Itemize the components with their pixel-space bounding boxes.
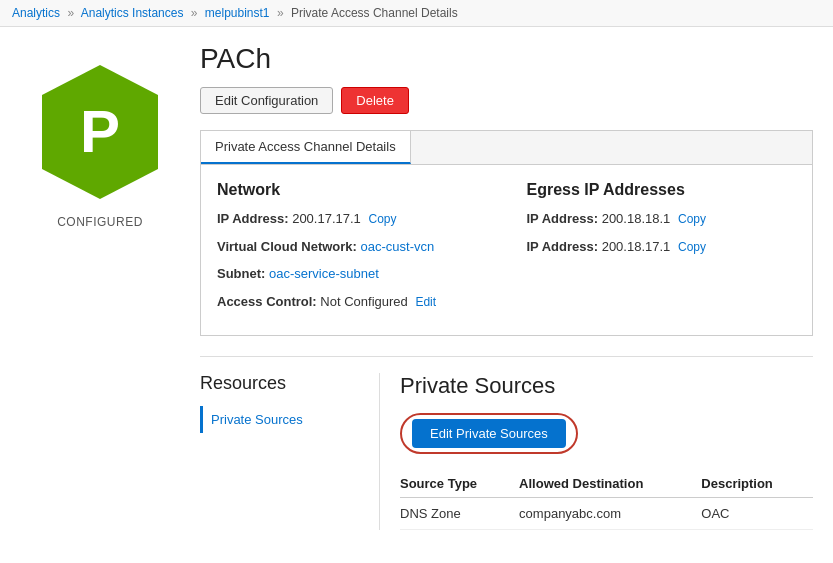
private-sources-panel: Private Sources Edit Private Sources Sou… [400,373,813,530]
egress-ip2-row: IP Address: 200.18.17.1 Copy [527,237,797,257]
access-control-edit[interactable]: Edit [415,295,436,309]
left-panel: P CONFIGURED [20,43,180,530]
network-ip-label: IP Address: [217,211,289,226]
breadcrumb-analytics[interactable]: Analytics [12,6,60,20]
breadcrumb-instance[interactable]: melpubinst1 [205,6,270,20]
egress-ip2-label: IP Address: [527,239,599,254]
breadcrumb-sep3: » [277,6,284,20]
details-grid: Network IP Address: 200.17.17.1 Copy Vir… [201,165,812,335]
edit-configuration-button[interactable]: Edit Configuration [200,87,333,114]
subnet-row: Subnet: oac-service-subnet [217,264,487,284]
network-ip-copy[interactable]: Copy [368,212,396,226]
access-control-row: Access Control: Not Configured Edit [217,292,487,312]
breadcrumb: Analytics » Analytics Instances » melpub… [0,0,833,27]
edit-private-sources-button[interactable]: Edit Private Sources [412,419,566,448]
egress-ip2-copy[interactable]: Copy [678,240,706,254]
vcn-label: Virtual Cloud Network: [217,239,357,254]
table-header-row: Source Type Allowed Destination Descript… [400,470,813,498]
page-title: PACh [200,43,813,75]
sources-table: Source Type Allowed Destination Descript… [400,470,813,530]
bottom-section: Resources Private Sources Private Source… [200,356,813,530]
access-control-label: Access Control: [217,294,317,309]
egress-ip1-value: 200.18.18.1 [602,211,671,226]
resources-panel: Resources Private Sources [200,373,380,530]
egress-title: Egress IP Addresses [527,181,797,199]
col-source-type: Source Type [400,470,519,498]
network-column: Network IP Address: 200.17.17.1 Copy Vir… [217,181,487,319]
right-panel: PACh Edit Configuration Delete Private A… [200,43,813,530]
tab-private-access-channel[interactable]: Private Access Channel Details [201,131,411,164]
vcn-link[interactable]: oac-cust-vcn [361,239,435,254]
egress-ip1-label: IP Address: [527,211,599,226]
egress-ip1-row: IP Address: 200.18.18.1 Copy [527,209,797,229]
breadcrumb-analytics-instances[interactable]: Analytics Instances [81,6,184,20]
tab-panel: Private Access Channel Details Network I… [200,130,813,336]
breadcrumb-current: Private Access Channel Details [291,6,458,20]
network-title: Network [217,181,487,199]
edit-private-sources-wrapper: Edit Private Sources [400,413,578,454]
col-description: Description [701,470,813,498]
table-cell-description: OAC [701,498,813,530]
access-control-value-text: Not Configured [320,294,407,309]
breadcrumb-sep1: » [67,6,74,20]
egress-ip1-copy[interactable]: Copy [678,212,706,226]
network-ip-row: IP Address: 200.17.17.1 Copy [217,209,487,229]
status-badge: CONFIGURED [57,215,143,229]
hexagon-icon: P [40,63,160,201]
breadcrumb-sep2: » [191,6,198,20]
network-ip-value-text: 200.17.17.1 [292,211,361,226]
table-cell-source-type: DNS Zone [400,498,519,530]
col-allowed-destination: Allowed Destination [519,470,701,498]
egress-column: Egress IP Addresses IP Address: 200.18.1… [527,181,797,319]
table-row: DNS Zonecompanyabc.comOAC [400,498,813,530]
buttons-row: Edit Configuration Delete [200,87,813,114]
delete-button[interactable]: Delete [341,87,409,114]
resources-title: Resources [200,373,359,394]
subnet-label: Subnet: [217,266,265,281]
egress-ip2-value: 200.18.17.1 [602,239,671,254]
hex-letter: P [80,102,120,162]
tab-header: Private Access Channel Details [201,131,812,165]
sidebar-item-private-sources[interactable]: Private Sources [200,406,359,433]
subnet-link[interactable]: oac-service-subnet [269,266,379,281]
vcn-row: Virtual Cloud Network: oac-cust-vcn [217,237,487,257]
private-sources-title: Private Sources [400,373,813,399]
main-container: P CONFIGURED PACh Edit Configuration Del… [0,27,833,546]
table-cell-allowed-destination: companyabc.com [519,498,701,530]
